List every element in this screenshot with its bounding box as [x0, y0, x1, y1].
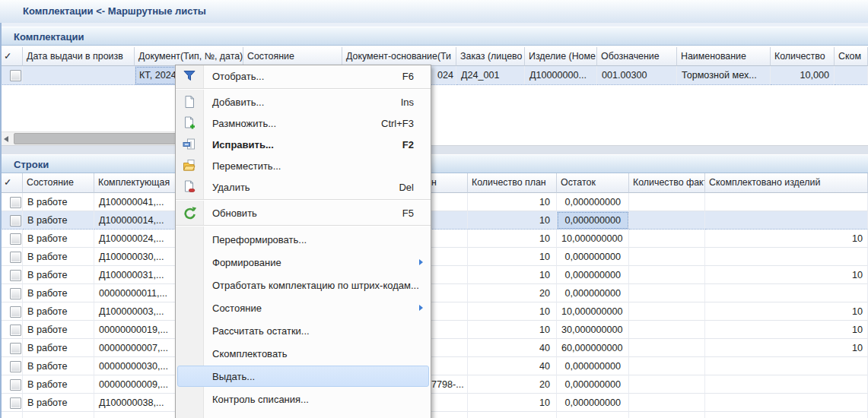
column-header[interactable]: Состояние — [243, 47, 342, 66]
cell[interactable] — [629, 284, 705, 302]
cell[interactable] — [705, 375, 868, 394]
cell[interactable]: 0,000000000 — [557, 375, 629, 394]
cell[interactable]: В работе — [23, 284, 94, 302]
row-checkbox[interactable] — [10, 252, 21, 263]
cell[interactable]: 0,000000000 — [557, 248, 629, 266]
table-row[interactable]: В работе 00000000019,... 10 30,000000000… — [0, 321, 868, 339]
cell[interactable] — [705, 412, 868, 418]
column-header[interactable]: Дата выдачи в произв — [23, 47, 135, 66]
cell[interactable]: 10 — [705, 321, 868, 339]
column-header[interactable]: Количество план — [468, 173, 557, 193]
cell[interactable] — [0, 193, 23, 211]
menu-item[interactable]: Отработать комплектацию по штрих-кодам..… — [176, 274, 431, 296]
menu-item[interactable]: Переместить... — [176, 155, 431, 176]
cell[interactable] — [705, 284, 868, 302]
cell[interactable]: В работе — [23, 357, 94, 375]
column-header[interactable]: Заказ (лицево — [456, 47, 525, 66]
cell[interactable]: 20 — [468, 284, 557, 302]
cell[interactable] — [0, 211, 23, 230]
table-row[interactable]: В работе Д100000030,... 10 0,000000000 — [0, 248, 868, 266]
cell[interactable] — [629, 193, 705, 211]
cell[interactable] — [0, 357, 23, 375]
cell[interactable] — [0, 66, 23, 85]
table-row-partial[interactable] — [0, 412, 868, 418]
menu-item[interactable]: Выдать... — [176, 365, 431, 388]
cell[interactable]: 10 — [468, 266, 557, 284]
cell[interactable]: 10 — [468, 193, 557, 211]
cell[interactable] — [705, 394, 868, 412]
menu-item[interactable]: Добавить... Ins — [176, 91, 431, 112]
row-checkbox[interactable] — [10, 343, 21, 354]
row-checkbox[interactable] — [10, 361, 21, 372]
cell[interactable]: В работе — [23, 266, 94, 284]
cell[interactable]: Д100000041,... — [94, 193, 176, 211]
cell[interactable]: 00000000009,... — [94, 375, 176, 394]
cell[interactable]: В работе — [23, 193, 94, 211]
cell[interactable]: 10 — [468, 321, 557, 339]
kits-table-row[interactable]: КТ, 2024 024 Д24_001 Д10000000... 001.00… — [0, 66, 868, 85]
table-row[interactable]: В работе 00000000009,... 7798-... 20 0,0… — [0, 375, 868, 394]
menu-item[interactable]: Состояние — [176, 296, 431, 319]
table-row[interactable]: В работе 00000000007,... 40 60,000000000… — [0, 339, 868, 357]
cell[interactable]: Д24_001 — [456, 66, 525, 85]
row-checkbox[interactable] — [10, 379, 21, 391]
cell[interactable] — [0, 302, 23, 321]
cell[interactable]: Д100000031,... — [94, 266, 176, 284]
cell[interactable]: В работе — [23, 321, 94, 339]
cell[interactable] — [0, 339, 23, 357]
table-row[interactable]: В работе Д100000014,... 10 0,000000000 — [0, 211, 868, 230]
cell[interactable] — [0, 321, 23, 339]
menu-item[interactable]: Формирование — [176, 251, 431, 274]
column-header[interactable]: Количество факт — [629, 173, 705, 193]
row-checkbox[interactable] — [10, 70, 21, 81]
cell[interactable] — [629, 266, 705, 284]
cell[interactable]: Д100000038,... — [94, 394, 176, 412]
cell[interactable] — [629, 394, 705, 412]
cell[interactable]: Д100000014,... — [94, 211, 176, 230]
row-checkbox[interactable] — [10, 233, 21, 245]
cell[interactable] — [629, 412, 705, 418]
cell[interactable] — [23, 66, 135, 85]
cell[interactable]: 10 — [468, 302, 557, 321]
cell[interactable] — [629, 321, 705, 339]
cell[interactable]: 30,000000000 — [557, 321, 629, 339]
cell[interactable]: 00000000007,... — [94, 339, 176, 357]
cell[interactable] — [0, 375, 23, 394]
cell[interactable]: Д100000024,... — [94, 230, 176, 248]
cell[interactable] — [23, 412, 94, 418]
column-header[interactable]: Наименование — [677, 47, 771, 66]
cell[interactable] — [0, 284, 23, 302]
cell[interactable]: В работе — [23, 211, 94, 230]
cell[interactable]: 00000000019,... — [94, 321, 176, 339]
table-row[interactable]: В работе Д100000038,... 10 0,000000000 — [0, 394, 868, 412]
row-checkbox[interactable] — [10, 197, 21, 208]
cell[interactable]: 20 — [468, 375, 557, 394]
menu-item[interactable]: Обновить F5 — [176, 202, 431, 223]
table-row[interactable]: В работе 00000000011,... 20 0,000000000 — [0, 284, 868, 302]
cell[interactable]: 10 — [705, 302, 868, 321]
table-row[interactable]: В работе 00000000030,... 40 0,000000000 — [0, 357, 868, 375]
cell[interactable]: 10,000000000 — [557, 302, 629, 321]
row-checkbox[interactable] — [10, 325, 21, 336]
menu-item[interactable]: Контроль списания... — [176, 388, 431, 410]
cell[interactable]: 40 — [468, 339, 557, 357]
cell[interactable]: 10 — [705, 266, 868, 284]
menu-item[interactable]: Размножить... Ctrl+F3 — [176, 112, 431, 134]
cell[interactable]: 60,000000000 — [557, 339, 629, 357]
cell[interactable] — [629, 211, 705, 230]
column-header[interactable]: Комплектующая — [94, 173, 176, 193]
column-header[interactable]: Документ-основание(Ти — [342, 47, 456, 66]
column-header[interactable]: Ском — [835, 47, 868, 66]
column-header[interactable]: Изделие (Номе — [525, 47, 597, 66]
menu-item[interactable]: Переформировать... — [176, 228, 431, 251]
cell[interactable] — [705, 193, 868, 211]
menu-item[interactable]: Отобрать... F6 — [176, 65, 431, 87]
cell[interactable]: 0,000000000 — [557, 357, 629, 375]
table-row[interactable]: В работе Д100000041,... 10 0,000000000 — [0, 193, 868, 211]
cell[interactable] — [705, 211, 868, 230]
cell[interactable]: 0,000000000 — [557, 193, 629, 211]
cell[interactable]: 10 — [705, 339, 868, 357]
cell[interactable] — [0, 266, 23, 284]
cell[interactable]: 0,000000000 — [557, 266, 629, 284]
column-header[interactable]: ✓ — [0, 173, 23, 193]
